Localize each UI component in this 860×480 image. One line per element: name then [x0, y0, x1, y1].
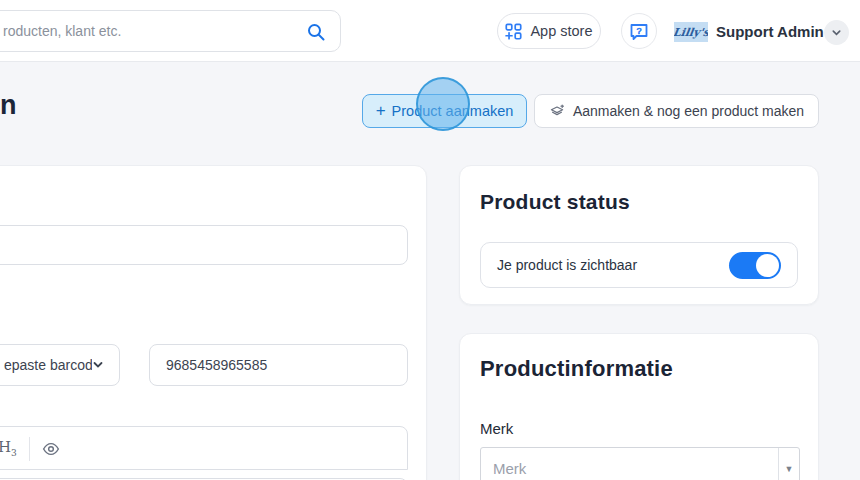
rich-text-toolbar: H3 — [0, 426, 408, 470]
create-and-new-label: Aanmaken & nog een product maken — [573, 103, 804, 119]
search-input[interactable] — [0, 11, 340, 51]
brand-select[interactable]: Merk ▼ — [480, 447, 800, 480]
svg-text:?: ? — [636, 26, 641, 36]
plus-icon: + — [376, 101, 386, 121]
product-status-card: Product status Je product is zichtbaar — [459, 165, 819, 305]
create-and-new-button[interactable]: Aanmaken & nog een product maken — [534, 94, 819, 128]
product-form-card: epaste barcode H3 — [0, 165, 427, 480]
heading3-button[interactable]: H3 — [0, 438, 17, 458]
toggle-knob — [756, 254, 779, 277]
app-store-label: App store — [530, 23, 592, 39]
help-button[interactable]: ? — [621, 13, 657, 49]
barcode-field — [149, 344, 408, 386]
layers-icon — [549, 103, 565, 119]
chevron-down-icon — [831, 27, 842, 38]
product-title-field — [0, 225, 408, 265]
topbar: App store ? Lilly's Support Admin — [0, 0, 860, 62]
store-logo-text: Lilly's — [674, 26, 708, 39]
user-name: Support Admin — [716, 23, 824, 40]
help-chat-icon: ? — [629, 21, 649, 41]
brand-label: Merk — [480, 420, 513, 437]
visibility-toggle[interactable] — [729, 252, 781, 279]
barcode-input[interactable] — [150, 345, 407, 385]
visibility-row: Je product is zichtbaar — [480, 242, 798, 288]
toolbar-divider — [29, 437, 30, 461]
product-status-title: Product status — [480, 190, 630, 214]
visibility-label: Je product is zichtbaar — [497, 257, 637, 273]
page-title: n — [0, 90, 17, 121]
create-product-button[interactable]: + Product aanmaken — [362, 94, 527, 128]
triangle-down-icon: ▼ — [785, 464, 794, 474]
brand-placeholder: Merk — [493, 460, 526, 477]
app-grid-icon — [505, 23, 522, 40]
store-logo[interactable]: Lilly's — [674, 22, 708, 42]
user-menu-button[interactable] — [824, 20, 849, 45]
barcode-type-select[interactable]: epaste barcode — [0, 344, 120, 386]
product-info-card: Productinformatie Merk Merk ▼ — [459, 333, 819, 480]
chevron-down-icon — [92, 359, 104, 371]
global-search — [0, 10, 341, 52]
barcode-type-value: epaste barcode — [0, 357, 92, 373]
product-title-input[interactable] — [0, 226, 407, 264]
select-arrow: ▼ — [778, 448, 799, 480]
app-store-button[interactable]: App store — [497, 13, 601, 49]
product-info-title: Productinformatie — [480, 356, 673, 382]
preview-eye-button[interactable] — [42, 440, 60, 458]
search-icon[interactable] — [306, 22, 326, 42]
create-product-label: Product aanmaken — [392, 103, 514, 119]
